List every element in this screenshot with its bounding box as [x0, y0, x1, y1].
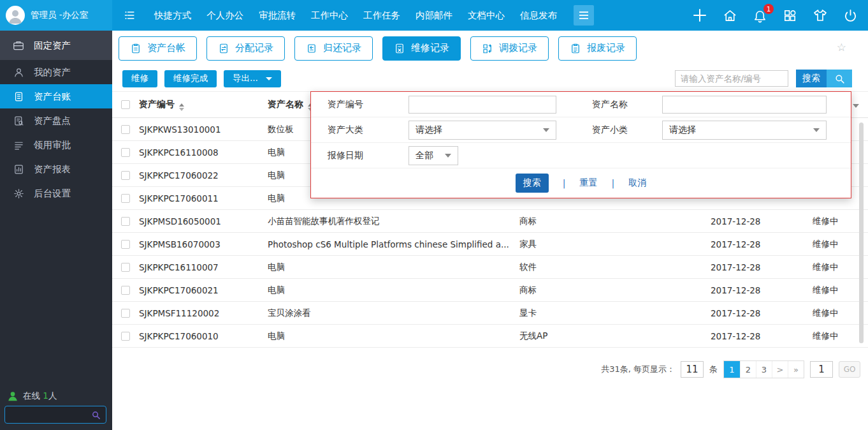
sidebar-item-gear[interactable]: 后台设置	[0, 181, 112, 205]
vertical-scrollbar[interactable]	[859, 122, 864, 343]
cell-asset-category: 商标	[519, 285, 711, 296]
sidebar-item-ledger[interactable]: 资产台账	[0, 84, 112, 108]
next-page-button[interactable]: >	[772, 361, 788, 378]
tab-transfer[interactable]: 调拨记录	[470, 36, 549, 61]
topbar-icons: 1	[692, 8, 858, 23]
row-checkbox[interactable]	[121, 309, 130, 318]
cell-asset-name: 电脑	[268, 330, 519, 342]
favorite-star-icon[interactable]: ☆	[837, 42, 846, 53]
page-buttons: 123>»	[723, 360, 804, 378]
table-row[interactable]: SJKPMSD16050001小苗苗智能故事机著作权登记商标2017-12-28…	[112, 210, 868, 233]
apps-grid-icon[interactable]	[783, 8, 797, 23]
topbar-menu-item[interactable]: 信息发布	[520, 10, 557, 22]
scrap-icon	[570, 43, 581, 54]
topbar-menu-item[interactable]: 个人办公	[206, 10, 243, 22]
chevron-down-icon	[813, 128, 820, 132]
go-button[interactable]: GO	[839, 361, 860, 378]
page-size-unit: 条	[709, 364, 718, 375]
row-checkbox[interactable]	[121, 286, 130, 295]
topbar-menu-item[interactable]: 快捷方式	[154, 10, 191, 22]
repair-date-select[interactable]: 全部	[409, 146, 458, 165]
online-unit: 人	[48, 390, 57, 401]
tab-assign[interactable]: 分配记录	[206, 36, 285, 61]
tab-ledger[interactable]: 资产台帐	[119, 36, 197, 61]
sidebar-item-approval[interactable]: 领用审批	[0, 133, 112, 157]
page-button-1[interactable]: 1	[724, 361, 740, 378]
divider: |	[612, 178, 615, 188]
last-page-button[interactable]: »	[788, 361, 804, 378]
page-button-3[interactable]: 3	[756, 361, 772, 378]
table-row[interactable]: SJKPKPC16110007电脑软件2017-12-28维修中	[112, 256, 868, 279]
quick-search: 搜索	[675, 70, 852, 87]
page-button-2[interactable]: 2	[740, 361, 756, 378]
tab-repair[interactable]: 维修记录	[382, 36, 461, 61]
table-row[interactable]: SJKPKPC17060010电脑无线AP2017-12-28维修中	[112, 325, 868, 348]
row-checkbox[interactable]	[121, 171, 130, 180]
sidebar-item-report[interactable]: 资产报表	[0, 157, 112, 181]
sidebar-search-icon[interactable]	[91, 410, 101, 420]
topbar-menu-item[interactable]: 内部邮件	[416, 10, 452, 22]
asset-code-field[interactable]	[409, 96, 556, 114]
row-checkbox[interactable]	[121, 240, 130, 249]
select-all-checkbox[interactable]	[121, 100, 130, 109]
filter-reset-button[interactable]: 重置	[580, 177, 598, 189]
filter-search-button[interactable]: 搜索	[516, 174, 549, 193]
topbar-menu-item[interactable]: 工作任务	[363, 10, 400, 22]
sidebar-item-person[interactable]: 我的资产	[0, 60, 112, 84]
search-icon	[827, 70, 852, 87]
sidebar-module-label: 固定资产	[34, 40, 71, 52]
export-button[interactable]: 导出...	[224, 70, 281, 87]
row-checkbox[interactable]	[121, 194, 130, 203]
column-filter-caret-icon[interactable]	[853, 104, 859, 108]
gear-icon	[13, 188, 24, 199]
repair-done-button[interactable]: 维修完成	[164, 70, 217, 87]
cell-repair-date: 2017-12-28	[711, 262, 813, 272]
hamburger-menu-icon[interactable]	[574, 5, 594, 26]
topbar-menu-item[interactable]: 审批流转	[259, 10, 296, 22]
row-checkbox[interactable]	[121, 263, 130, 272]
sidebar-search-input[interactable]	[5, 410, 91, 420]
row-checkbox[interactable]	[121, 332, 130, 341]
sort-icon[interactable]	[179, 103, 184, 111]
filter-footer: 搜索 | 重置 | 取消	[311, 168, 851, 198]
asset-major-category-select[interactable]: 请选择	[409, 121, 556, 140]
filter-cancel-button[interactable]: 取消	[628, 177, 646, 189]
notifications-bell-icon[interactable]: 1	[753, 8, 767, 23]
header-asset-name[interactable]: 资产名称	[268, 99, 303, 109]
asset-minor-category-select[interactable]: 请选择	[662, 121, 827, 140]
row-checkbox[interactable]	[121, 217, 130, 226]
row-checkbox[interactable]	[121, 125, 130, 134]
add-icon[interactable]	[692, 8, 707, 23]
cell-asset-name: 小苗苗智能故事机著作权登记	[268, 216, 519, 227]
user-profile[interactable]: 管理员 -办公室	[0, 0, 112, 31]
cell-asset-category: 商标	[519, 216, 711, 227]
quick-search-input[interactable]	[675, 70, 788, 87]
asset-name-field[interactable]	[662, 96, 827, 114]
table-row[interactable]: SJKPMSF11120002宝贝涂涂看显卡2017-12-28维修中	[112, 302, 868, 325]
power-icon[interactable]	[843, 8, 858, 23]
page-size-input[interactable]: 11	[681, 361, 704, 378]
menu-toggle-icon[interactable]	[122, 9, 138, 22]
return-icon	[306, 43, 317, 54]
sidebar-item-label: 后台设置	[34, 188, 71, 200]
sidebar: 固定资产 我的资产资产台账资产盘点领用审批资产报表后台设置 在线 1人	[0, 31, 112, 430]
repair-button[interactable]: 维修	[122, 70, 157, 87]
tab-scrap[interactable]: 报废记录	[558, 36, 637, 61]
theme-shirt-icon[interactable]	[813, 8, 828, 23]
table-row[interactable]: SJKPKPC17060021电脑商标2017-12-28维修中	[112, 279, 868, 302]
cell-asset-code: SJKPKPC17060021	[139, 285, 268, 295]
table-row[interactable]: SJKPMSB16070003Photoshop cS6 Multiple Pl…	[112, 233, 868, 256]
divider: |	[563, 178, 566, 188]
home-icon[interactable]	[723, 8, 737, 23]
row-checkbox[interactable]	[121, 148, 130, 157]
quick-search-button[interactable]: 搜索	[796, 70, 852, 87]
tab-return[interactable]: 归还记录	[294, 36, 373, 61]
topbar-menu-item[interactable]: 工作中心	[311, 10, 348, 22]
sidebar-item-inventory[interactable]: 资产盘点	[0, 108, 112, 133]
tab-label: 调拨记录	[499, 42, 537, 54]
topbar-menu-item[interactable]: 文档中心	[468, 10, 505, 22]
goto-page-input[interactable]: 1	[810, 361, 833, 378]
tab-label: 归还记录	[323, 42, 361, 54]
sidebar-module-fixed-assets[interactable]: 固定资产	[0, 31, 112, 60]
header-asset-code[interactable]: 资产编号	[139, 99, 175, 109]
